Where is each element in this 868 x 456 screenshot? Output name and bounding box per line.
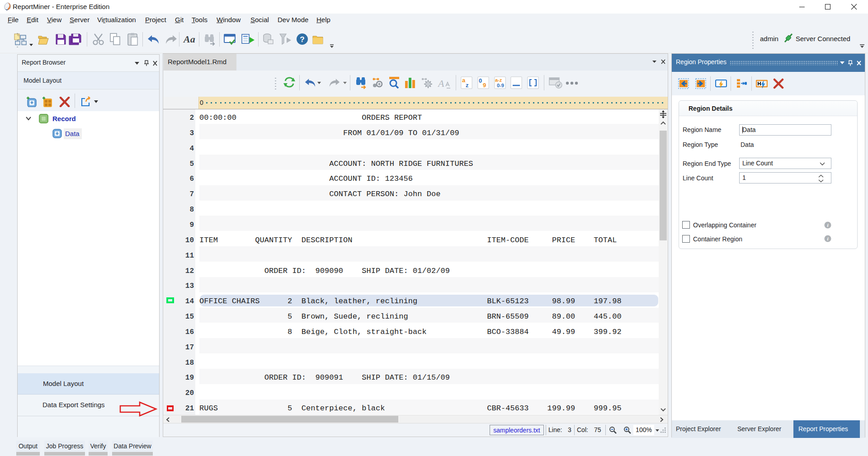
svg-text:a-z: a-z: [495, 77, 502, 83]
svg-text:a: a: [462, 77, 466, 84]
svg-text:?: ?: [300, 35, 304, 44]
svg-text:0: 0: [479, 77, 482, 84]
svg-text:9: 9: [483, 82, 486, 89]
svg-text:z: z: [466, 82, 469, 89]
svg-text:0-9: 0-9: [497, 83, 504, 88]
svg-text:A: A: [438, 78, 444, 89]
